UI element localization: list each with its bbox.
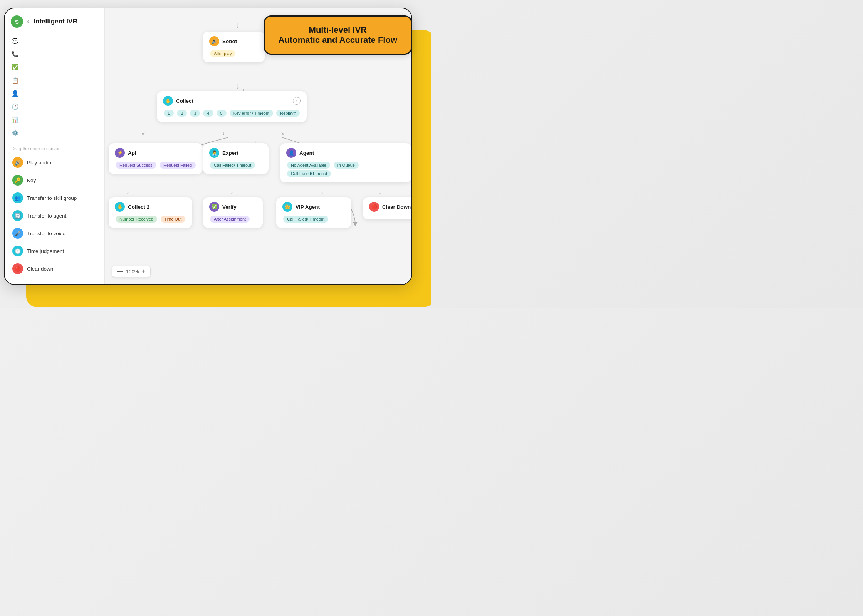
collect-tag-4: 4 [203, 110, 213, 117]
zoom-in-btn[interactable]: + [142, 268, 145, 275]
agent-no-available: No Agent Available [287, 162, 330, 169]
verify-node[interactable]: ✅ Verify After Assignment [203, 197, 263, 228]
api-icon: ⚡ [115, 148, 125, 158]
orange-tooltip: Multi-level IVR Automatic and Accurate F… [264, 15, 412, 55]
api-node[interactable]: ⚡ Api Request Success Request Failed [109, 143, 203, 174]
clear-down-flow-icon: 🔴 [369, 202, 379, 212]
arrow-expert-verify: ↓ [230, 187, 233, 196]
expert-node-header: 👨‍💼 Expert [209, 148, 262, 158]
sobot-node[interactable]: 🔊 Sobot After play [203, 32, 265, 62]
verify-after-assignment: After Assignment [210, 216, 250, 223]
collect-node[interactable]: ✋ Collect × 1 2 3 4 5 Key error / Timeou… [157, 91, 307, 122]
key-label: Key [27, 177, 36, 183]
tooltip-line2: Automatic and Accurate Flow [279, 35, 397, 45]
nav-check-icon[interactable]: ✅ [5, 61, 26, 74]
collect2-time-out: Time Out [161, 216, 186, 223]
collect-icon: ✋ [163, 96, 173, 106]
collect-tag-3: 3 [190, 110, 200, 117]
node-transfer-voice[interactable]: 🎤 Transfer to voice [9, 226, 100, 241]
agent-icon: 👤 [286, 148, 296, 158]
sobot-title: Sobot [222, 38, 237, 44]
verify-node-header: ✅ Verify [209, 202, 257, 212]
node-time-judgement[interactable]: 🕐 Time judgement [9, 243, 100, 259]
advanced-label: Advanced node [5, 280, 104, 285]
transfer-voice-icon: 🎤 [12, 228, 23, 239]
clear-down-title: Clear Down [382, 204, 411, 210]
sobot-after-play-tag: After play [210, 50, 235, 57]
collect-close-btn[interactable]: × [293, 97, 301, 105]
collect-tag-replay: Replay# [276, 110, 299, 117]
node-clear-down[interactable]: 🔴 Clear down [9, 261, 100, 276]
zoom-out-btn[interactable]: — [117, 268, 123, 275]
collect2-node-header: ✋ Collect 2 [115, 202, 186, 212]
nav-chat-icon[interactable]: 💬 [5, 35, 26, 47]
arrow-api-collect2: ↓ [126, 187, 129, 196]
node-key[interactable]: 🔑 Key [9, 172, 100, 188]
node-transfer-agent[interactable]: 🔄 Transfer to agent [9, 208, 100, 223]
vip-agent-title: VIP Agent [296, 204, 320, 210]
arrow-sobot-collect: ↓ [236, 82, 240, 90]
collect-tag-1: 1 [164, 110, 174, 117]
expert-call-failed: Call Failed/ Timeout [210, 162, 255, 169]
collect2-node[interactable]: ✋ Collect 2 Number Received Time Out [109, 197, 192, 228]
app-title: Intelligent IVR [34, 18, 77, 25]
api-request-failed: Request Failed [160, 162, 196, 169]
nav-phone-icon[interactable]: 📞 [5, 48, 26, 60]
collect2-title: Collect 2 [128, 204, 149, 210]
collect2-icon: ✋ [115, 202, 125, 212]
collect-tag-5: 5 [217, 110, 227, 117]
collect-tag-2: 2 [177, 110, 187, 117]
vip-agent-node[interactable]: 👑 VIP Agent Call Failed/ Timeout [276, 197, 351, 228]
node-play-audio[interactable]: 🔊 Play audio [9, 155, 100, 170]
node-list: 🔊 Play audio 🔑 Key 👥 Transfer to skill g… [5, 152, 104, 279]
arrow-collect-agent: ↘ [280, 130, 285, 136]
clear-down-icon: 🔴 [12, 263, 23, 274]
vip-call-failed: Call Failed/ Timeout [283, 216, 328, 223]
back-button[interactable]: ‹ [27, 18, 29, 25]
nav-chart-icon[interactable]: 📊 [5, 114, 26, 126]
sidebar: S ‹ Intelligent IVR 💬 📞 ✅ 📋 👤 🕐 📊 ⚙️ Dra… [5, 8, 105, 284]
key-icon: 🔑 [12, 175, 23, 186]
transfer-skill-label: Transfer to skill group [27, 195, 77, 201]
tooltip-line1: Multi-level IVR [279, 25, 397, 35]
sidebar-nav: 💬 📞 ✅ 📋 👤 🕐 📊 ⚙️ [5, 32, 104, 142]
collect-tag-key-error: Key error / Timeout [230, 110, 274, 117]
entry-arrow: ↓ [236, 21, 240, 30]
verify-icon: ✅ [209, 202, 219, 212]
nav-user-icon[interactable]: 👤 [5, 87, 26, 100]
avatar: S [11, 15, 23, 28]
api-node-header: ⚡ Api [115, 148, 196, 158]
agent-title: Agent [299, 150, 314, 156]
clear-down-label: Clear down [27, 266, 53, 272]
agent-node-header: 👤 Agent [286, 148, 405, 158]
expert-title: Expert [222, 150, 238, 156]
agent-in-queue: In Queue [334, 162, 359, 169]
verify-title: Verify [222, 204, 237, 210]
api-title: Api [128, 150, 136, 156]
clear-down-node[interactable]: 🔴 Clear Down [363, 197, 411, 219]
transfer-agent-icon: 🔄 [12, 210, 23, 221]
play-audio-label: Play audio [27, 160, 51, 166]
outer-wrapper: S ‹ Intelligent IVR 💬 📞 ✅ 📋 👤 🕐 📊 ⚙️ Dra… [4, 8, 428, 300]
nav-gear-icon[interactable]: ⚙️ [5, 127, 26, 139]
collect2-number-received: Number Received [116, 216, 157, 223]
node-transfer-skill[interactable]: 👥 Transfer to skill group [9, 190, 100, 206]
zoom-level: 100% [126, 269, 139, 275]
clear-down-header: 🔴 Clear Down [369, 202, 411, 212]
agent-call-failed: Call Failed/Timeout [287, 170, 331, 177]
api-request-success: Request Success [116, 162, 156, 169]
expert-icon: 👨‍💼 [209, 148, 219, 158]
transfer-voice-label: Transfer to voice [27, 231, 65, 236]
agent-node[interactable]: 👤 Agent No Agent Available In Queue Call… [280, 143, 411, 182]
transfer-agent-label: Transfer to agent [27, 213, 66, 219]
arrow-collect-api: ↙ [141, 130, 146, 136]
drag-label: Drag the node to canvas [5, 142, 104, 152]
nav-clock-icon[interactable]: 🕐 [5, 100, 26, 113]
nav-clipboard-icon[interactable]: 📋 [5, 74, 26, 87]
expert-node[interactable]: 👨‍💼 Expert Call Failed/ Timeout [203, 143, 269, 174]
zoom-control: — 100% + [112, 266, 151, 277]
arrow-agent-vip: ↓ [321, 187, 324, 196]
time-judgement-icon: 🕐 [12, 246, 23, 256]
collect-tags: 1 2 3 4 5 Key error / Timeout Replay# [163, 109, 301, 117]
arrow-collect-expert: ↓ [222, 130, 225, 136]
